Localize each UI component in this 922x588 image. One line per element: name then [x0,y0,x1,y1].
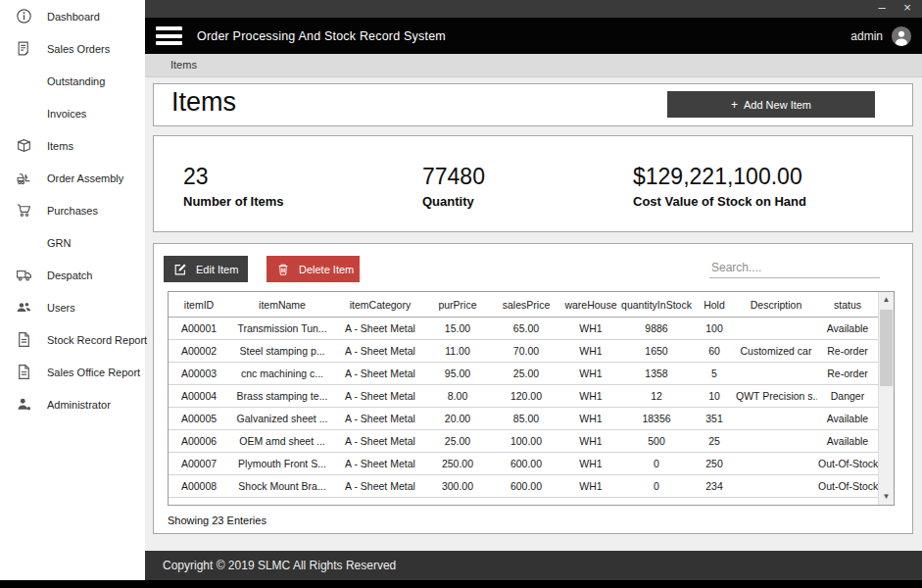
table-cell[interactable]: 300.00 [425,475,490,498]
table-row[interactable]: B00001Toyota Front Doo...B - Major Assem… [169,498,878,507]
table-cell[interactable]: 18356 [619,408,694,430]
column-header-hold[interactable]: Hold [694,292,735,318]
table-cell[interactable]: 250 [694,453,735,475]
sidebar-item-despatch[interactable]: Despatch [0,259,145,291]
column-header-salesprice[interactable]: salesPrice [490,292,562,318]
table-cell[interactable]: 501 [694,498,735,507]
table-cell[interactable]: 1650 [619,340,694,363]
table-cell[interactable]: 25 [694,430,735,453]
table-cell[interactable]: OEM amd sheet ... [229,430,335,453]
table-row[interactable]: A00002Steel stamping p...A - Sheet Metal… [169,340,878,363]
table-row[interactable]: A00003cnc machining c...A - Sheet Metal9… [169,363,878,385]
table-cell[interactable]: WH1 [562,340,619,363]
table-cell[interactable]: B - Major Assemb... [335,498,425,507]
table-row[interactable]: A00008Shock Mount Bra...A - Sheet Metal3… [169,475,878,498]
table-cell[interactable]: WH1 [562,498,619,507]
table-cell[interactable]: 15.00 [425,318,490,340]
table-cell[interactable]: Available [817,408,878,430]
menu-icon[interactable] [156,24,182,49]
table-cell[interactable]: WH1 [562,430,619,453]
edit-item-button[interactable]: Edit Item [164,256,248,282]
table-cell[interactable]: 60 [694,340,735,363]
table-cell[interactable]: A00004 [169,385,229,408]
table-row[interactable]: A00006OEM amd sheet ...A - Sheet Metal25… [169,430,878,453]
table-cell[interactable]: A - Sheet Metal [335,385,425,408]
table-cell[interactable]: A - Sheet Metal [335,453,425,475]
table-cell[interactable]: 8.00 [425,385,490,408]
sidebar-item-users[interactable]: Users [0,291,145,323]
minimize-icon[interactable]: – [871,0,893,18]
table-cell[interactable]: Danger [817,385,878,408]
table-cell[interactable]: 95.00 [425,363,490,385]
sidebar-item-sales-orders[interactable]: Sales Orders [0,32,145,65]
column-header-itemcategory[interactable]: itemCategory [335,292,425,318]
table-cell[interactable]: Brass stamping te... [229,385,335,408]
table-cell[interactable]: Out-Of-Stock [817,475,878,498]
table-cell[interactable]: A - Sheet Metal [335,363,425,385]
table-cell[interactable]: 120.00 [490,385,562,408]
table-cell[interactable]: Available [817,498,878,507]
scrollbar-thumb[interactable] [880,310,893,386]
table-cell[interactable]: Customized car [735,340,817,363]
sidebar-item-dashboard[interactable]: Dashboard [0,0,145,32]
scroll-up-icon[interactable]: ▲ [879,292,894,308]
table-cell[interactable]: 234 [694,475,735,498]
table-cell[interactable]: Galvanized sheet ... [229,408,335,430]
column-header-quantityinstock[interactable]: quantityInStock [619,292,694,318]
table-row[interactable]: A00004Brass stamping te...A - Sheet Meta… [169,385,878,408]
table-cell[interactable]: 65.00 [490,318,562,340]
table-cell[interactable]: B00001 [169,498,229,507]
table-cell[interactable]: 9886 [619,318,694,340]
table-cell[interactable]: 0 [619,453,694,475]
table-cell[interactable]: A - Sheet Metal [335,318,425,340]
table-cell[interactable]: Toyota Front Doo... [229,498,335,507]
table-cell[interactable]: 0 [619,475,694,498]
table-cell[interactable]: Available [817,318,878,340]
table-cell[interactable]: WH1 [562,318,619,340]
table-cell[interactable]: Transmission Tun... [229,318,335,340]
table-cell[interactable]: A - Sheet Metal [335,430,425,453]
table-cell[interactable]: A - Sheet Metal [335,408,425,430]
table-row[interactable]: A00005Galvanized sheet ...A - Sheet Meta… [169,408,878,430]
table-cell[interactable]: Re-order [817,363,878,385]
table-cell[interactable]: WH1 [562,453,619,475]
table-cell[interactable]: 6000.00 [490,498,562,507]
table-cell[interactable]: 20.00 [425,408,490,430]
add-new-item-button[interactable]: + Add New Item [667,91,875,118]
column-header-status[interactable]: status [817,292,878,318]
table-cell[interactable]: A00002 [169,340,229,363]
table-cell[interactable]: 70.00 [490,340,562,363]
table-cell[interactable] [735,475,817,498]
table-cell[interactable]: 100 [694,318,735,340]
table-cell[interactable]: WH1 [562,475,619,498]
table-cell[interactable]: 11.00 [425,340,490,363]
table-cell[interactable]: 600.00 [490,475,562,498]
vertical-scrollbar[interactable]: ▲ ▼ [878,292,894,505]
table-cell[interactable] [735,318,817,340]
table-cell[interactable]: 10000 [619,498,694,507]
sidebar-item-items[interactable]: Items [0,129,145,162]
table-cell[interactable]: Steel stamping p... [229,340,335,363]
search-input[interactable] [709,259,880,278]
sidebar-item-order-assembly[interactable]: Order Assembly [0,162,145,194]
column-header-purprice[interactable]: purPrice [425,292,490,318]
table-cell[interactable]: A00003 [169,363,229,385]
table-cell[interactable]: 85.00 [490,408,562,430]
table-cell[interactable]: 600.00 [490,453,562,475]
table-cell[interactable]: 1000.00 [425,498,490,507]
table-cell[interactable]: 100.00 [490,430,562,453]
sidebar-item-grn[interactable]: GRN [0,226,145,259]
table-cell[interactable]: Out-Of-Stock [817,453,878,475]
table-cell[interactable]: 12 [619,385,694,408]
table-cell[interactable]: QWT Precision s... [735,385,817,408]
table-cell[interactable]: 250.00 [425,453,490,475]
column-header-warehouse[interactable]: wareHouse [562,292,619,318]
table-row[interactable]: A00001Transmission Tun...A - Sheet Metal… [169,318,878,340]
table-cell[interactable]: WH1 [562,408,619,430]
table-cell[interactable]: 500 [619,430,694,453]
table-cell[interactable] [735,453,817,475]
table-cell[interactable] [735,430,817,453]
sidebar-item-administrator[interactable]: Administrator [0,388,145,420]
table-cell[interactable]: A00006 [169,430,229,453]
user-avatar-icon[interactable] [891,25,912,47]
